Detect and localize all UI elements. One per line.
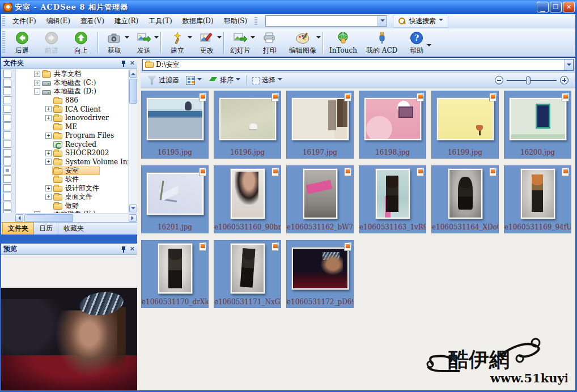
thumbnail-tile-6[interactable]: 16201.jpg — [141, 165, 209, 233]
tree-item-14[interactable]: +桌面文件 — [16, 193, 128, 201]
menu-item-5[interactable]: 数据库(D) — [177, 15, 219, 28]
tree-checkbox-0[interactable] — [3, 70, 11, 78]
expander-icon[interactable]: + — [45, 115, 52, 121]
menu-item-3[interactable]: 建立(R) — [109, 15, 143, 28]
panel-tab-1[interactable]: 日历 — [34, 223, 58, 235]
edit-image-button[interactable]: 编辑图像 — [285, 28, 321, 57]
thumbnail-image[interactable] — [292, 248, 349, 289]
acquire-button[interactable]: 获取 — [100, 28, 129, 57]
dropdown-arrow-icon[interactable] — [427, 44, 431, 49]
tree-checkbox-15[interactable] — [3, 202, 11, 210]
thumbnail-tile-13[interactable]: e1060531171_NxGX... — [214, 240, 281, 308]
tree-item-4[interactable]: +ICA Client — [16, 105, 128, 113]
close-button[interactable]: ✕ — [563, 2, 575, 12]
thumbnail-image[interactable] — [231, 169, 265, 219]
thumbnail-tile-3[interactable]: 16198.jpg — [359, 91, 426, 159]
expander-icon[interactable]: + — [45, 106, 52, 112]
menu-overflow-grip[interactable] — [254, 17, 257, 25]
create-button[interactable]: 建立 — [163, 28, 192, 57]
thumbnail-image[interactable] — [510, 98, 566, 140]
tree-item-10[interactable]: +System Volume Info — [16, 157, 128, 166]
up-button[interactable]: 向上 — [66, 28, 96, 57]
thumbnail-tile-14[interactable]: e1060531172_pD69... — [286, 240, 354, 308]
tree-checkbox-8[interactable] — [3, 140, 11, 148]
search-input[interactable] — [266, 16, 377, 26]
thumbnail-tile-5[interactable]: 16200.jpg — [504, 91, 571, 159]
thumbnail-tile-12[interactable]: e1060531170_drXk... — [141, 240, 209, 308]
path-combo[interactable]: D:\安室 — [142, 59, 574, 71]
zoom-in-button[interactable] — [560, 76, 568, 84]
quick-search-button[interactable]: 快速搜索 — [393, 15, 448, 28]
my-acd-button[interactable]: 我的 ACD — [362, 28, 402, 57]
tree-checkbox-3[interactable] — [3, 96, 11, 104]
thumbnail-image[interactable] — [147, 98, 203, 140]
scroll-thumb[interactable] — [24, 214, 73, 222]
filter-button[interactable]: 过滤器 — [144, 74, 183, 86]
scroll-up-button[interactable] — [129, 70, 137, 78]
tree-vertical-scrollbar[interactable] — [128, 69, 137, 213]
slideshow-button[interactable]: 幻灯片 — [226, 28, 255, 57]
tree-checkbox-13[interactable] — [3, 184, 11, 192]
expander-icon[interactable]: + — [45, 185, 52, 191]
restore-button[interactable]: ❐ — [550, 2, 562, 12]
preview-image[interactable] — [1, 288, 137, 390]
menu-item-1[interactable]: 编辑(E) — [41, 15, 75, 28]
thumbnail-image[interactable] — [147, 173, 203, 215]
tree-horizontal-scrollbar[interactable] — [15, 213, 137, 222]
dropdown-arrow-icon[interactable] — [316, 36, 321, 41]
thumbnail-image[interactable] — [158, 244, 192, 293]
back-button[interactable]: 后退 — [7, 28, 37, 57]
menu-item-0[interactable]: 文件(F) — [7, 15, 41, 28]
close-panel-icon[interactable]: ✕ — [130, 59, 135, 67]
thumbnail-image[interactable] — [437, 98, 494, 140]
pin-icon[interactable] — [121, 60, 126, 67]
search-combo[interactable] — [265, 15, 387, 27]
tree-item-15[interactable]: 做野 — [16, 202, 128, 210]
menu-item-2[interactable]: 查看(V) — [75, 15, 109, 28]
search-combo-dropdown[interactable] — [377, 16, 387, 26]
thumbnail-image[interactable] — [219, 98, 276, 140]
tree-checkbox-6[interactable] — [3, 122, 11, 130]
change-button[interactable]: 更改 — [192, 28, 222, 57]
thumbnail-tile-10[interactable]: e1060531164_XDoG... — [431, 165, 499, 233]
thumbnail-tile-11[interactable]: e1060531169_94fU... — [504, 165, 571, 233]
dropdown-arrow-icon[interactable] — [251, 36, 255, 41]
slider-thumb[interactable] — [526, 76, 531, 84]
dropdown-arrow-icon[interactable] — [188, 36, 192, 41]
dropdown-arrow-icon[interactable] — [217, 36, 222, 41]
expander-icon[interactable]: + — [45, 150, 52, 156]
path-dropdown[interactable] — [564, 59, 573, 70]
tree-checkbox-10[interactable] — [3, 157, 11, 165]
scroll-down-button[interactable] — [129, 204, 137, 212]
thumbnail-tile-8[interactable]: e1060531162_bW7f... — [286, 165, 354, 233]
expander-icon[interactable]: - — [34, 88, 40, 95]
menu-item-6[interactable]: 帮助(S) — [219, 15, 253, 28]
tree-item-7[interactable]: +Program Files — [16, 131, 128, 140]
menu-grip[interactable] — [2, 16, 5, 26]
expander-icon[interactable]: + — [34, 71, 40, 77]
select-button[interactable]: 选择 — [249, 74, 286, 86]
tree-item-9[interactable]: +SHOCR2002 — [16, 149, 128, 157]
expander-icon[interactable]: + — [34, 80, 40, 86]
panel-tab-2[interactable]: 收藏夹 — [58, 223, 89, 235]
thumbnail-tile-1[interactable]: 16196.jpg — [214, 91, 281, 159]
close-panel-icon[interactable]: ✕ — [130, 245, 135, 253]
tree-checkbox-9[interactable] — [3, 149, 11, 157]
panel-tab-0[interactable]: 文件夹 — [2, 222, 34, 235]
toolbar-grip[interactable] — [2, 31, 5, 54]
help-button[interactable]: ? 帮助 — [402, 28, 431, 57]
scroll-right-button[interactable] — [129, 214, 137, 222]
thumbnail-image[interactable] — [231, 244, 265, 293]
thumbnail-image[interactable] — [364, 98, 421, 140]
tree-item-1[interactable]: +本地磁盘 (C:) — [16, 79, 128, 87]
scroll-thumb[interactable] — [129, 79, 137, 104]
thumbnail-image[interactable] — [303, 169, 337, 219]
pin-icon[interactable] — [121, 246, 126, 253]
tree-item-12[interactable]: 软件 — [16, 175, 128, 184]
zoom-out-button[interactable] — [495, 76, 503, 84]
thumbnail-tile-4[interactable]: 16199.jpg — [431, 91, 499, 159]
thumbnail-tile-7[interactable]: e1060531160_90br... — [214, 165, 281, 233]
view-mode-button[interactable] — [183, 75, 205, 86]
send-button[interactable]: 发送 — [129, 28, 159, 57]
tree-checkbox-14[interactable] — [3, 193, 11, 201]
